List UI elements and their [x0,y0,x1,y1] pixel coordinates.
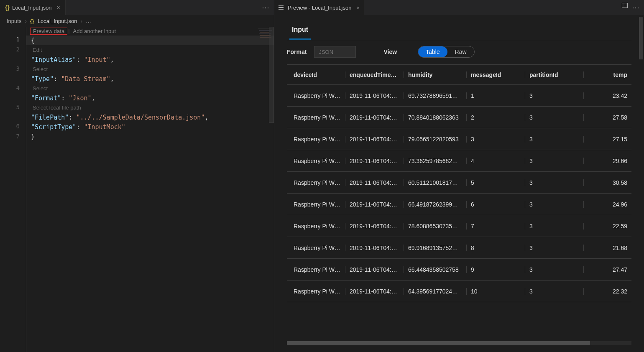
table-cell: 2019-11-06T04:2… [345,136,404,143]
table-cell: 27.58 [584,114,631,121]
table-cell: 69.73278896591… [404,92,467,99]
editor-pane: {} Local_Input.json × ⋯ Inputs › {} Loca… [0,0,274,352]
table-cell: 70.8840188062363 [404,114,467,121]
table-cell: 2019-11-06T04:2… [345,245,404,251]
format-input[interactable] [314,46,356,58]
table-cell: 66.4484358502758 [404,266,467,273]
table-cell: Raspberry Pi We… [287,288,345,295]
line-number: 1 [0,36,26,46]
table-cell: 7 [467,223,525,230]
col-temp[interactable]: temp [584,71,631,78]
table-cell: 73.36259785682… [404,158,467,164]
table-cell: 3 [525,92,584,99]
table-cell: Raspberry Pi We… [287,245,345,251]
breadcrumb[interactable]: Inputs › {} Local_Input.json › … [0,15,274,27]
col-enqueuedTime[interactable]: enqueuedTime… [345,71,404,78]
table-header-row: deviceId enqueuedTime… humidity messageI… [287,65,631,85]
table-row[interactable]: Raspberry Pi We…2019-11-06T04:2…66.49187… [287,194,631,215]
table-cell: 2019-11-06T04:2… [345,179,404,186]
preview-tab-title: Preview - Local_Input.json [288,5,351,11]
preview-lines-icon [279,5,284,10]
more-icon[interactable]: ⋯ [632,3,640,12]
line-number: 7 [0,133,26,143]
table-row[interactable]: Raspberry Pi We…2019-11-06T04:2…78.60886… [287,215,631,237]
codelens-preview-data[interactable]: Preview data [30,28,67,35]
table-cell: 23.42 [584,92,631,99]
preview-pane: Preview - Local_Input.json × ⋯ Input For… [274,0,644,352]
table-cell: 2019-11-06T04:2… [345,92,404,99]
editor-tab-local-input[interactable]: {} Local_Input.json × [0,0,66,15]
table-row[interactable]: Raspberry Pi We…2019-11-06T04:2…79.05651… [287,128,631,150]
line-gutter: 1 2 3 4 5 6 7 [0,27,26,352]
split-editor-icon[interactable] [622,3,628,8]
table-cell: 3 [525,114,584,121]
table-row[interactable]: Raspberry Pi We…2019-11-06T04:2…60.51121… [287,172,631,194]
view-toggle-table[interactable]: Table [418,46,447,57]
line-number: 5 [0,104,26,123]
preview-subtabs: Input [287,22,631,40]
line-number: 2 [0,46,26,65]
vertical-scrollbar[interactable] [639,15,644,352]
col-messageId[interactable]: messageId [467,71,525,78]
view-toggle-raw[interactable]: Raw [447,46,474,57]
table-cell: 6 [467,201,525,208]
table-cell: 2019-11-06T04:2… [345,114,404,121]
table-row[interactable]: Raspberry Pi We…2019-11-06T04:2…69.91689… [287,237,631,259]
json-file-icon: {} [30,18,34,24]
table-cell: 2019-11-06T04:2… [345,201,404,208]
view-toggle[interactable]: Table Raw [418,46,474,58]
table-cell: 3 [525,136,584,143]
table-cell: 2019-11-06T04:2… [345,158,404,164]
codelens-add-input[interactable]: Add another input [71,28,119,35]
close-icon[interactable]: × [356,5,360,11]
table-cell: Raspberry Pi We… [287,114,345,121]
table-row[interactable]: Raspberry Pi We…2019-11-06T04:2…66.44843… [287,259,631,281]
tab-input[interactable]: Input [289,22,311,40]
col-deviceId[interactable]: deviceId [287,71,345,78]
code-column[interactable]: Preview data | Add another input { Edit … [26,27,274,352]
chevron-right-icon: › [25,18,26,24]
line-number: 6 [0,123,26,133]
inlay-hint: Select [26,64,274,74]
table-cell: Raspberry Pi We… [287,223,345,230]
table-cell: 9 [467,266,525,273]
editor-tabbar: {} Local_Input.json × ⋯ [0,0,274,15]
table-cell: 8 [467,245,525,251]
table-cell: 22.59 [584,223,631,230]
table-cell: 3 [525,266,584,273]
table-row[interactable]: Raspberry Pi We…2019-11-06T04:2…73.36259… [287,150,631,172]
line-number: 4 [0,84,26,104]
chevron-right-icon: › [81,18,82,24]
table-cell: Raspberry Pi We… [287,201,345,208]
col-humidity[interactable]: humidity [404,71,467,78]
format-label: Format [287,48,307,55]
table-row[interactable]: Raspberry Pi We…2019-11-06T04:2…64.39569… [287,281,631,302]
table-cell: Raspberry Pi We… [287,158,345,164]
table-row[interactable]: Raspberry Pi We…2019-11-06T04:2…69.73278… [287,85,631,107]
table-cell: 3 [467,136,525,143]
scrollbar-thumb[interactable] [269,27,274,123]
horizontal-scrollbar[interactable] [287,341,631,345]
preview-tab[interactable]: Preview - Local_Input.json × [274,0,364,15]
json-file-icon: {} [5,4,10,11]
breadcrumb-trail: … [86,18,91,24]
table-cell: 3 [525,201,584,208]
table-cell: 78.60886530735… [404,223,467,230]
table-cell: 4 [467,158,525,164]
table-cell: 5 [467,179,525,186]
table-cell: 66.49187262399… [404,201,467,208]
close-icon[interactable]: × [57,4,60,11]
breadcrumb-root[interactable]: Inputs [7,18,21,24]
table-cell: 22.32 [584,288,631,295]
inlay-hint: Select [26,84,274,93]
inlay-hint: Edit [26,45,274,55]
col-partitionId[interactable]: partitionId [525,71,584,78]
line-number: 3 [0,65,26,84]
table-cell: 2019-11-06T04:2… [345,288,404,295]
table-row[interactable]: Raspberry Pi We…2019-11-06T04:2…70.88401… [287,107,631,128]
more-icon[interactable]: ⋯ [262,3,270,12]
inlay-hint: Select local file path [26,103,274,112]
table-cell: 60.51121001817… [404,179,467,186]
table-cell: 3 [525,179,584,186]
breadcrumb-file[interactable]: Local_Input.json [38,18,77,24]
